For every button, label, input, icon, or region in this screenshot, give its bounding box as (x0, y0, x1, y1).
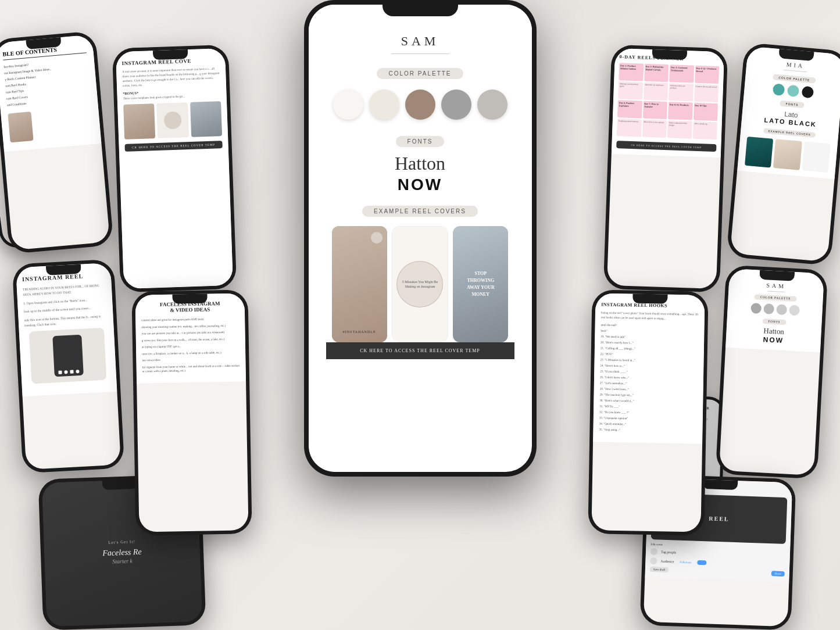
example-label: EXAMPLE REEL COVERS (362, 206, 478, 217)
mini-covers (123, 101, 222, 139)
nav-icon (58, 370, 62, 374)
notch (153, 49, 188, 60)
reel-cover-3-content: STOPTHROWINGAWAY YOURMONEY (453, 226, 508, 342)
toc-item-label: y Reels Content Planner (5, 75, 36, 81)
reel-covers-row: #INSTAHANDLE 5 Mistakes You Might Be Mak… (326, 226, 514, 342)
sam-font1: Hatton (763, 326, 784, 337)
phone-reel-instructions: INSTAGRAM REEL TRENDING AUDIO IN YOUR RE… (12, 259, 125, 474)
mia-palette-label: COLOR PALETTE (773, 74, 816, 83)
nav-icon (76, 370, 79, 373)
hook-item: 35. "Stop using..." (599, 428, 696, 434)
hook-item: 30. "Here's what I would d..." (599, 399, 697, 405)
sam-palette-label: COLOR PALETTE (755, 294, 797, 302)
sam-mini-name: SAM (766, 282, 786, 289)
phone-content-ideas: FACELESS INSTAGRAM& VIDEO IDEAS content … (131, 289, 252, 535)
audience-label: Audience (660, 560, 674, 564)
share-button[interactable]: Share (771, 571, 785, 577)
sam-color-4 (789, 305, 800, 316)
mia-name: MIA (786, 61, 805, 69)
planner-cell: Show how to use options (642, 120, 667, 138)
hook-item: 20. "Here's exactly how I..." (600, 341, 698, 346)
toc-item-label: ram Reel Tips (6, 89, 24, 94)
planner-cell: Day 3: Customer Testimonials (669, 65, 694, 83)
reel-cover-2-content: 5 Mistakes You Might Be Making on Instag… (392, 227, 448, 342)
screen: SAM COLOR PALETTE FONTS Hatton NOW (719, 269, 824, 475)
main-divider (391, 53, 449, 54)
deco-circle (371, 232, 383, 244)
mia-color-1 (773, 83, 785, 96)
toc-item-label: ram Reel Covers (6, 95, 28, 100)
reel-instruction-subtitle: TRENDING AUDIO IN YOUR REELS FOR... OF B… (23, 282, 106, 297)
reel-cover-content: INSTAGRAM REEL COVE A reel cover account… (116, 48, 233, 289)
screen: 0-DAY REELS PLANNER Day 1: Produce Minds… (607, 48, 724, 289)
planner-cell: Explain product features (617, 119, 642, 137)
color-2 (369, 90, 399, 120)
phone-main: SAM COLOR PALETTE FONTS Hatton NOW EXAMP… (304, 0, 537, 477)
hooks-intro: listing on the reel "cover photo" Your h… (601, 311, 699, 321)
main-name: SAM (401, 34, 439, 49)
reel-cover-body: A reel cover account, it is more importa… (122, 66, 220, 88)
hook-item: 32. "Do you know ___ ?" (599, 410, 697, 416)
screen: MIA COLOR PALETTE FONTS Lato LATO BLACK … (730, 46, 840, 262)
mia-colors (773, 83, 814, 98)
mia-divider (784, 70, 807, 72)
phone-toc: BLE OF CONTENTS faceless Instagram? ess … (0, 31, 114, 254)
content-idea-3: g views (ex: film your feet on a walk,..… (142, 337, 240, 342)
phone-sam-mini: SAM COLOR PALETTE FONTS Hatton NOW (716, 265, 828, 479)
planner-cell: Share original product images (667, 120, 692, 138)
hook-item: until the end? (601, 323, 699, 329)
screen: FACELESS INSTAGRAM& VIDEO IDEAS content … (135, 293, 248, 532)
hook-item: 19. "We need to talk" (600, 335, 698, 341)
planner-cell: Sharing a motivational quote (618, 81, 643, 99)
audience-value: Followers (680, 560, 691, 564)
reel-preview-label: REEL (709, 515, 730, 522)
color-3 (405, 90, 435, 120)
nav-icon (64, 370, 67, 374)
content-idea-5: tures (ex: a fireplace, a cranker on a..… (142, 350, 240, 356)
hook-item: 27. "Let's normalize..." (600, 381, 698, 387)
phone-hooks: INSTAGRAM REEL HOOKS listing on the reel… (588, 289, 708, 535)
screen: BLE OF CONTENTS faceless Instagram? ess … (0, 34, 110, 250)
lets-get-label: Let's Get It! (108, 539, 135, 545)
sam-fonts-label: FONTS (762, 318, 786, 325)
reel-cover-1-content: #INSTAHANDLE (332, 226, 387, 342)
notch (172, 294, 207, 304)
sam-color-3 (776, 304, 787, 315)
main-screen: SAM COLOR PALETTE FONTS Hatton NOW EXAMP… (309, 5, 532, 472)
hook-item: 25. "If you think ___..." (600, 370, 698, 375)
reel-step-3: side this icon at the bottom. This means… (24, 314, 108, 328)
planner-cell: Create a 30-second reveal (694, 84, 719, 102)
sam-color-2 (763, 303, 774, 314)
phone-mia: MIA COLOR PALETTE FONTS Lato LATO BLACK … (726, 42, 840, 266)
planner-grid: Day 1: Produce Mindset Tablets Day 2: Be… (617, 63, 719, 139)
screen: INSTAGRAM REEL COVE A reel cover account… (116, 48, 233, 289)
toc-thumbnails (8, 106, 94, 142)
content-idea-2: you can use pictures you take at... s or… (142, 330, 240, 336)
faceless-text: Faceless Re (102, 547, 142, 559)
reel-screenshot (29, 328, 106, 384)
nav-icon (70, 370, 73, 373)
planner-cell: Day 1: Produce Mindset Tablets (619, 63, 644, 81)
notch (703, 479, 738, 490)
main-notch (383, 0, 458, 16)
reel-step-1: 1. Open Instagram and click on the "Reel… (23, 296, 106, 306)
toc-item-label: ram Reel Hooks (5, 83, 26, 88)
reel-instructions-content: INSTAGRAM REEL TRENDING AUDIO IN YOUR RE… (16, 263, 117, 396)
hook-item: 33. "Unpopular opinion" (599, 416, 697, 422)
planner-content: 0-DAY REELS PLANNER Day 1: Produce Minds… (612, 48, 724, 158)
content-idea-1: showing your morning routine (ex: making… (141, 323, 239, 329)
color-palette (333, 90, 507, 120)
save-draft-button[interactable]: Save draft (650, 567, 669, 572)
toc-item-label: faceless Instagram? (3, 63, 29, 69)
phone-30day-planner: 0-DAY REELS PLANNER Day 1: Produce Minds… (603, 45, 728, 293)
hook-item: 29. "The reaction I get wh..." (599, 393, 697, 399)
hook-item: 28. "How I went from..." (600, 387, 698, 393)
planner-cta: CK HERE TO ACCESS THE REEL COVER TEMP (616, 141, 716, 152)
main-cta: CK HERE TO ACCESS THE REEL COVER TEMP (326, 342, 514, 359)
planner-cell: Day 4: Q + Products Reveal (695, 66, 720, 84)
sam-color-1 (750, 303, 762, 314)
planner-cell: Day 6: Product Explainer (617, 100, 642, 118)
planner-cell: Interview an employee (644, 83, 669, 101)
toggle-on[interactable] (697, 560, 706, 565)
sam-mini-content: SAM COLOR PALETTE FONTS Hatton NOW (725, 269, 824, 352)
